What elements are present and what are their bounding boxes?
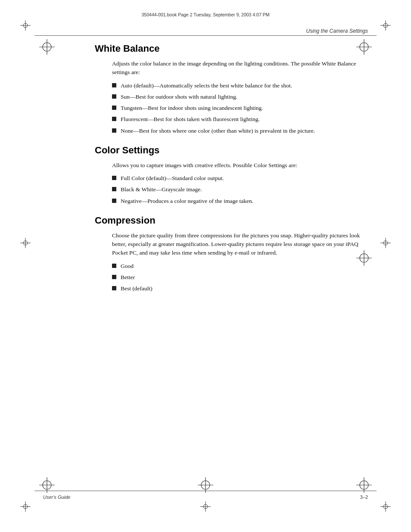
- list-item-text: Sun—Best for outdoor shots with natural …: [121, 93, 237, 101]
- bullet-icon: [112, 128, 116, 133]
- color-settings-list: Full Color (default)—Standard color outp…: [112, 174, 368, 205]
- crosshair-top-left: [19, 19, 31, 31]
- white-balance-list: Auto (default)—Automatically selects the…: [112, 81, 368, 135]
- bullet-icon: [112, 176, 116, 180]
- list-item-text: Good: [121, 262, 134, 271]
- circle-crosshair-mid-right: [356, 250, 372, 266]
- list-item: Fluorescent—Best for shots taken with fl…: [112, 115, 368, 124]
- list-item-text: Tungsten—Best for indoor shots using inc…: [121, 104, 263, 112]
- list-item-text: Best (default): [121, 284, 153, 293]
- white-balance-heading: White Balance: [95, 43, 368, 54]
- footer-left-text: User's Guide: [43, 495, 70, 500]
- circle-crosshair-top-right: [356, 39, 372, 55]
- bullet-icon: [112, 117, 116, 121]
- list-item-text: Black & White—Grayscale image.: [121, 185, 202, 194]
- list-item: Sun—Best for outdoor shots with natural …: [112, 93, 368, 101]
- white-balance-body: Adjusts the color balance in the image d…: [112, 59, 368, 135]
- bullet-icon: [112, 94, 116, 99]
- list-item: Negative—Produces a color negative of th…: [112, 197, 368, 205]
- color-settings-body: Allows you to capture images with creati…: [112, 161, 368, 205]
- circle-crosshair-bot-left: [39, 477, 55, 493]
- section-compression: Compression Choose the picture quality f…: [95, 215, 368, 293]
- list-item: Auto (default)—Automatically selects the…: [112, 81, 368, 90]
- page: 350444-001.book Page 2 Tuesday, Septembe…: [0, 0, 411, 532]
- list-item: Black & White—Grayscale image.: [112, 185, 368, 194]
- list-item: Better: [112, 273, 368, 282]
- list-item: Tungsten—Best for indoor shots using inc…: [112, 104, 368, 112]
- list-item-text: Fluorescent—Best for shots taken with fl…: [121, 115, 260, 124]
- compression-body: Choose the picture quality from three co…: [112, 231, 368, 293]
- crosshair-bot-left: [19, 501, 31, 513]
- compression-list: Good Better Best (default): [112, 262, 368, 293]
- list-item-text: Auto (default)—Automatically selects the…: [121, 81, 292, 90]
- compression-intro: Choose the picture quality from three co…: [112, 231, 368, 258]
- list-item-text: Negative—Produces a color negative of th…: [121, 197, 253, 205]
- bullet-icon: [112, 199, 116, 203]
- circle-crosshair-top-left: [39, 39, 55, 55]
- footer-right-text: 3–2: [360, 495, 368, 500]
- list-item: Good: [112, 262, 368, 271]
- circle-crosshair-bot-right: [356, 477, 372, 493]
- header-rule: [34, 35, 377, 36]
- bullet-icon: [112, 286, 116, 290]
- white-balance-intro: Adjusts the color balance in the image d…: [112, 59, 368, 77]
- list-item: Best (default): [112, 284, 368, 293]
- circle-crosshair-bot-mid: [197, 477, 214, 493]
- page-header-title: Using the Camera Settings: [306, 28, 368, 34]
- top-bar-text: 350444-001.book Page 2 Tuesday, Septembe…: [142, 12, 270, 17]
- crosshair-bot-mid: [199, 501, 212, 513]
- crosshair-top-right: [380, 19, 392, 31]
- crosshair-mid-left: [19, 237, 31, 249]
- list-item: Full Color (default)—Standard color outp…: [112, 174, 368, 183]
- list-item-text: None—Best for shots where one color (oth…: [121, 127, 315, 135]
- section-white-balance: White Balance Adjusts the color balance …: [95, 43, 368, 135]
- main-content: White Balance Adjusts the color balance …: [95, 43, 368, 480]
- bullet-icon: [112, 264, 116, 268]
- crosshair-mid-right: [380, 237, 392, 249]
- bullet-icon: [112, 187, 116, 191]
- list-item-text: Better: [121, 273, 135, 282]
- color-settings-intro: Allows you to capture images with creati…: [112, 161, 368, 170]
- list-item: None—Best for shots where one color (oth…: [112, 127, 368, 135]
- bullet-icon: [112, 275, 116, 279]
- list-item-text: Full Color (default)—Standard color outp…: [121, 174, 224, 183]
- bullet-icon: [112, 106, 116, 110]
- compression-heading: Compression: [95, 215, 368, 226]
- section-color-settings: Color Settings Allows you to capture ima…: [95, 145, 368, 205]
- crosshair-bot-right: [380, 501, 392, 513]
- color-settings-heading: Color Settings: [95, 145, 368, 156]
- bullet-icon: [112, 83, 116, 87]
